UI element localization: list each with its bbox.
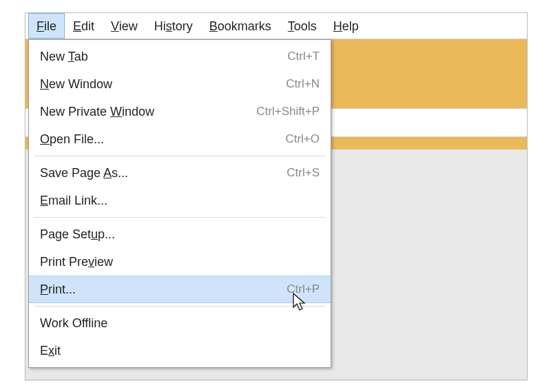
shortcut-text: Ctrl+O <box>271 132 320 146</box>
menu-separator <box>34 156 325 156</box>
menu-item-print-preview[interactable]: Print Preview <box>29 248 331 276</box>
menu-item-new-private-window[interactable]: New Private Window Ctrl+Shift+P <box>29 98 331 125</box>
menu-item-new-window[interactable]: New Window Ctrl+N <box>29 70 331 98</box>
shortcut-text: Ctrl+T <box>273 50 320 63</box>
menubar-view[interactable]: View <box>103 13 146 39</box>
shortcut-text: Ctrl+Shift+P <box>242 105 320 118</box>
menu-separator <box>34 217 325 218</box>
shortcut-text: Ctrl+S <box>273 166 320 180</box>
menubar-bookmarks[interactable]: Bookmarks <box>201 13 280 39</box>
menu-item-print[interactable]: Print... Ctrl+P <box>29 276 331 303</box>
menu-item-new-tab[interactable]: New Tab Ctrl+T <box>29 43 331 70</box>
shortcut-text: Ctrl+N <box>272 77 320 91</box>
menubar-file[interactable]: File <box>28 13 65 39</box>
menubar-edit[interactable]: Edit <box>65 13 103 39</box>
menubar-help[interactable]: Help <box>325 13 367 39</box>
menu-item-email-link[interactable]: Email Link... <box>29 187 331 214</box>
menu-item-open-file[interactable]: Open File... Ctrl+O <box>29 125 331 153</box>
shortcut-text: Ctrl+P <box>273 282 320 296</box>
menu-item-page-setup[interactable]: Page Setup... <box>29 220 331 248</box>
menu-item-work-offline[interactable]: Work Offline <box>29 309 331 337</box>
menubar-history[interactable]: History <box>146 13 201 39</box>
menu-separator <box>34 306 325 307</box>
menu-item-save-page-as[interactable]: Save Page As... Ctrl+S <box>29 159 331 187</box>
file-menu-dropdown: New Tab Ctrl+T New Window Ctrl+N New Pri… <box>28 39 331 368</box>
menubar: File Edit View History Bookmarks Tools H… <box>25 13 527 39</box>
menu-item-exit[interactable]: Exit <box>29 337 331 364</box>
application-window: File Edit View History Bookmarks Tools H… <box>25 12 528 380</box>
menubar-tools[interactable]: Tools <box>280 13 325 39</box>
